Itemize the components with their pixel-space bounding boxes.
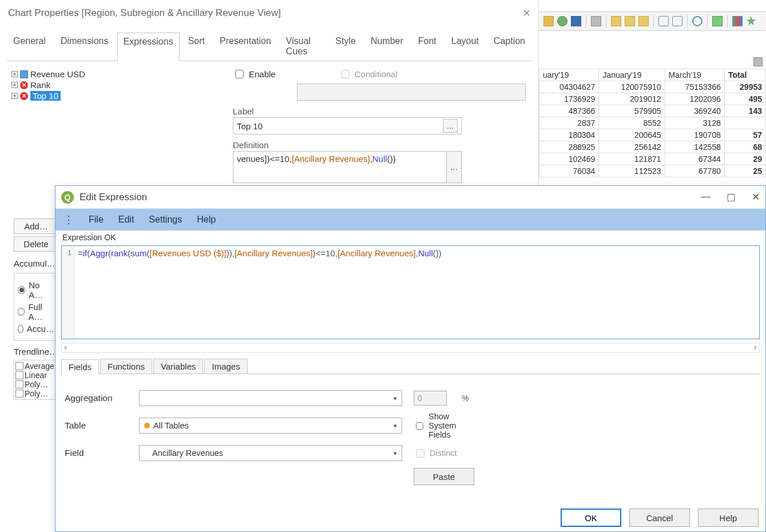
table-row[interactable]: 173692920190121202096495 [539, 93, 766, 105]
show-system-fields-checkbox[interactable]: Show System Fields [414, 412, 477, 439]
folder-open-icon[interactable] [543, 16, 554, 26]
expression-editor[interactable]: 1 =if(Aggr(rank(sum([Revenues USD ($)]))… [61, 245, 760, 339]
star-icon[interactable] [746, 16, 756, 26]
tab-dimensions[interactable]: Dimensions [54, 32, 115, 61]
chart-icon[interactable] [732, 16, 743, 26]
field-select[interactable]: Ancillary Revenues ▾ [139, 445, 402, 461]
print-icon[interactable] [591, 16, 601, 26]
tab-caption[interactable]: Caption [487, 32, 531, 61]
enable-label: Enable [249, 69, 276, 79]
tab-variables[interactable]: Variables [153, 359, 203, 374]
redo-icon[interactable] [672, 16, 682, 26]
radio-full-accum[interactable]: Full A… [18, 302, 54, 321]
chevron-down-icon: ▾ [394, 422, 397, 430]
menu-edit[interactable]: Edit [118, 215, 134, 225]
aggregation-select[interactable]: ▾ [139, 390, 402, 406]
radio-no-accum[interactable]: No A… [18, 280, 54, 300]
tab-fields[interactable]: Fields [61, 359, 99, 374]
check-icon[interactable] [712, 16, 723, 26]
tree-item-revenue[interactable]: + Revenue USD [11, 69, 215, 79]
editor-hscrollbar[interactable] [61, 343, 760, 353]
close-icon[interactable]: ✕ [752, 191, 760, 203]
tab-font[interactable]: Font [412, 32, 443, 61]
paste-button[interactable]: Paste [414, 468, 474, 485]
table-row[interactable]: 760341125236778025 [539, 165, 766, 177]
app-toolbar [539, 11, 766, 31]
tab-images[interactable]: Images [204, 359, 247, 374]
editor-code[interactable]: =if(Aggr(rank(sum([Revenues USD ($)])),[… [74, 246, 759, 339]
refresh-icon[interactable] [557, 16, 567, 26]
distinct-label: Distinct [430, 448, 457, 458]
tree-item-top10[interactable]: + ✕ Top 10 [11, 91, 215, 101]
edx-titlebar[interactable]: Q Edit Expression — ▢ ✕ [55, 186, 765, 209]
table-row[interactable]: 18030420064519070857 [539, 129, 766, 141]
definition-text: venues])<=10,[Ancillary Revenues],Null()… [233, 152, 446, 182]
tree-item-rank[interactable]: + ✕ Rank [11, 80, 215, 90]
left-column: Add… Delete Accumul… No A… Full A… Accu…… [14, 216, 58, 400]
search-icon[interactable] [692, 16, 703, 26]
minimize-icon[interactable]: — [701, 191, 711, 203]
expand-icon[interactable]: + [11, 93, 18, 99]
save-icon[interactable] [571, 16, 581, 26]
tab-visual-cues[interactable]: Visual Cues [280, 32, 327, 61]
tab-layout[interactable]: Layout [445, 32, 485, 61]
percent-input: 0 [414, 391, 447, 406]
cancel-button[interactable]: Cancel [629, 509, 690, 527]
definition-ellipsis-button[interactable]: … [446, 152, 461, 182]
app-logo-icon: Q [61, 191, 74, 204]
chartprops-title: Chart Properties [Region, Subregion & An… [8, 7, 281, 19]
add-button[interactable]: Add… [14, 219, 58, 234]
enable-checkbox[interactable]: Enable [233, 68, 276, 80]
tree-item-label: Rank [30, 80, 50, 90]
show-sys-label: Show System Fields [428, 412, 477, 439]
accum-group-label: Accumul… [14, 259, 58, 268]
menu-help[interactable]: Help [197, 215, 216, 225]
chartprops-tabstrip: General Dimensions Expressions Sort Pres… [0, 32, 538, 61]
label-heading: Label [233, 106, 526, 116]
undo-icon[interactable] [658, 16, 669, 26]
table-row[interactable]: 1024691218716734429 [539, 153, 766, 165]
definition-input[interactable]: venues])<=10,[Ancillary Revenues],Null()… [233, 151, 462, 183]
new-sheet-icon[interactable] [625, 16, 635, 26]
trendlines-list[interactable]: Average Linear Poly… Poly… [14, 360, 58, 400]
table-row[interactable]: 487366579905369240143 [539, 105, 766, 117]
conditional-label: Conditional [355, 69, 398, 79]
tab-expressions[interactable]: Expressions [117, 33, 180, 61]
table-select[interactable]: All Tables ▾ [139, 418, 402, 434]
grip-icon[interactable]: ⋮ [63, 213, 74, 226]
percent-symbol: % [462, 394, 469, 403]
label-input[interactable]: Top 10 … [233, 117, 462, 134]
radio-acc-steps[interactable]: Accu… [18, 324, 54, 334]
close-icon[interactable]: × [523, 6, 530, 21]
table-row[interactable]: 043046271200759107515336629953 [539, 81, 766, 93]
menu-file[interactable]: File [89, 215, 104, 225]
table-row[interactable]: 283785523128 [539, 117, 766, 129]
col-header[interactable]: March'19 [665, 69, 724, 81]
label-ellipsis-button[interactable]: … [443, 119, 458, 133]
col-header-total[interactable]: Total [724, 69, 765, 81]
tab-sort[interactable]: Sort [182, 32, 211, 61]
ok-button[interactable]: OK [561, 509, 621, 527]
tab-functions[interactable]: Functions [100, 359, 152, 374]
tab-number[interactable]: Number [364, 32, 410, 61]
tab-style[interactable]: Style [329, 32, 362, 61]
expand-icon[interactable]: + [11, 71, 18, 77]
export-icon[interactable] [638, 16, 649, 26]
table-row[interactable]: 28892525614214255868 [539, 141, 766, 153]
expression-status: Expression OK [55, 231, 765, 244]
expand-icon[interactable]: + [11, 82, 18, 88]
tab-presentation[interactable]: Presentation [213, 32, 277, 61]
conditional-input [297, 84, 526, 101]
print-report-icon[interactable] [753, 57, 763, 66]
error-icon: ✕ [20, 92, 28, 100]
col-header[interactable]: January'19 [599, 69, 665, 81]
tab-general[interactable]: General [7, 32, 52, 61]
expressions-tree[interactable]: + Revenue USD + ✕ Rank + ✕ Top 10 [7, 65, 219, 105]
col-header[interactable]: uary'19 [539, 69, 599, 81]
conditional-checkbox: Conditional [339, 68, 398, 80]
help-button[interactable]: Help [698, 509, 759, 527]
maximize-icon[interactable]: ▢ [727, 191, 736, 203]
menu-settings[interactable]: Settings [149, 215, 182, 225]
delete-button[interactable]: Delete [14, 236, 58, 252]
edit-icon[interactable] [611, 16, 621, 26]
